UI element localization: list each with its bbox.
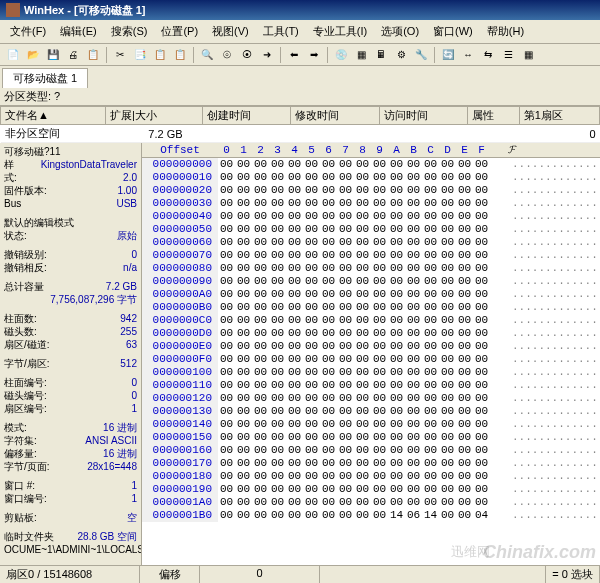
grid-icon[interactable]: ▦ xyxy=(519,46,537,64)
hex-editor[interactable]: Offset 0123456789ABCDEF 𝓕 00000000000000… xyxy=(142,143,600,571)
list-icon[interactable]: ☰ xyxy=(499,46,517,64)
compare-icon[interactable]: ⇆ xyxy=(479,46,497,64)
status-offset-lbl: 偏移 xyxy=(140,566,200,583)
cell-name: 非分区空间 xyxy=(1,125,106,143)
hex-row[interactable]: 0000001900000000000000000000000000000000… xyxy=(142,483,600,496)
find-icon[interactable]: 🔍 xyxy=(198,46,216,64)
info-row: 柱面编号:0 xyxy=(2,376,139,389)
doc-icon[interactable]: 📋 xyxy=(84,46,102,64)
menu-item[interactable]: 编辑(E) xyxy=(54,22,103,41)
hex-row[interactable]: 0000000300000000000000000000000000000000… xyxy=(142,197,600,210)
cut-icon[interactable]: ✂ xyxy=(111,46,129,64)
hex-row[interactable]: 0000000D00000000000000000000000000000000… xyxy=(142,327,600,340)
paste2-icon[interactable]: 📋 xyxy=(171,46,189,64)
hex-row[interactable]: 0000000E00000000000000000000000000000000… xyxy=(142,340,600,353)
info-row: 固件版本:1.00 xyxy=(2,184,139,197)
menu-item[interactable]: 帮助(H) xyxy=(481,22,530,41)
cell-size: 7.2 GB xyxy=(106,125,203,143)
info-row: 窗口 #:1 xyxy=(2,479,139,492)
goto-icon[interactable]: ➜ xyxy=(258,46,276,64)
hex-row[interactable]: 0000000F00000000000000000000000000000000… xyxy=(142,353,600,366)
statusbar: 扇区0 / 15148608 偏移 0 = 0 选块 xyxy=(0,565,600,583)
menu-item[interactable]: 文件(F) xyxy=(4,22,52,41)
calc-icon[interactable]: 🖩 xyxy=(372,46,390,64)
print-icon[interactable]: 🖨 xyxy=(64,46,82,64)
menu-item[interactable]: 工具(T) xyxy=(257,22,305,41)
tab-disk1[interactable]: 可移动磁盘 1 xyxy=(2,68,88,88)
column-header[interactable]: 扩展|大小 xyxy=(106,107,203,125)
findhex-icon[interactable]: ⦾ xyxy=(218,46,236,64)
findtext-icon[interactable]: ⦿ xyxy=(238,46,256,64)
column-header[interactable]: 文件名▲ xyxy=(1,107,106,125)
hex-row[interactable]: 0000001B00000000000000000000014061400000… xyxy=(142,509,600,522)
column-header[interactable]: 访问时间 xyxy=(379,107,467,125)
partition-table: 文件名▲扩展|大小创建时间修改时间访问时间属性第1扇区 非分区空间 7.2 GB… xyxy=(0,106,600,143)
hex-row[interactable]: 0000000A00000000000000000000000000000000… xyxy=(142,288,600,301)
hex-row[interactable]: 0000001500000000000000000000000000000000… xyxy=(142,431,600,444)
menu-item[interactable]: 视图(V) xyxy=(206,22,255,41)
info-row: 撤销相反:n/a xyxy=(2,261,139,274)
info-row: 窗口编号:1 xyxy=(2,492,139,505)
hex-row[interactable]: 0000001200000000000000000000000000000000… xyxy=(142,392,600,405)
watermark-en: Chinafix.com xyxy=(483,542,596,563)
hex-row[interactable]: 0000001400000000000000000000000000000000… xyxy=(142,418,600,431)
toolbar: 📄 📂 💾 🖨 📋 ✂ 📑 📋 📋 🔍 ⦾ ⦿ ➜ ⬅ ➡ 💿 ▦ 🖩 ⚙ 🔧 … xyxy=(0,44,600,66)
hex-row[interactable]: 0000000000000000000000000000000000000000… xyxy=(142,158,600,171)
open-icon[interactable]: 📂 xyxy=(24,46,42,64)
fwd-icon[interactable]: ➡ xyxy=(305,46,323,64)
hex-row[interactable]: 0000000200000000000000000000000000000000… xyxy=(142,184,600,197)
hex-row[interactable]: 0000001000000000000000000000000000000000… xyxy=(142,366,600,379)
menu-item[interactable]: 专业工具(I) xyxy=(307,22,373,41)
hex-row[interactable]: 0000000400000000000000000000000000000000… xyxy=(142,210,600,223)
hex-row[interactable]: 0000000900000000000000000000000000000000… xyxy=(142,275,600,288)
hex-row[interactable]: 0000000C00000000000000000000000000000000… xyxy=(142,314,600,327)
tool-icon[interactable]: 🔧 xyxy=(412,46,430,64)
app-icon xyxy=(6,3,20,17)
hex-row[interactable]: 0000001600000000000000000000000000000000… xyxy=(142,444,600,457)
info-row: 字节/页面:28x16=448 xyxy=(2,460,139,473)
menu-item[interactable]: 选项(O) xyxy=(375,22,425,41)
menu-item[interactable]: 位置(P) xyxy=(155,22,204,41)
save-icon[interactable]: 💾 xyxy=(44,46,62,64)
partition-type-label: 分区类型: ? xyxy=(4,89,60,104)
info-row: 剪贴板:空 xyxy=(2,511,139,524)
info-row: 可移动磁?11 xyxy=(2,145,139,158)
hex-row[interactable]: 0000000600000000000000000000000000000000… xyxy=(142,236,600,249)
status-offset: 0 xyxy=(200,566,320,583)
titlebar: WinHex - [可移动磁盘 1] xyxy=(0,0,600,20)
menu-item[interactable]: 搜索(S) xyxy=(105,22,154,41)
info-row: 默认的编辑模式 xyxy=(2,216,139,229)
column-header[interactable]: 属性 xyxy=(468,107,520,125)
hex-row[interactable]: 0000000800000000000000000000000000000000… xyxy=(142,262,600,275)
hex-row[interactable]: 0000001700000000000000000000000000000000… xyxy=(142,457,600,470)
info-row: 扇区编号:1 xyxy=(2,402,139,415)
new-icon[interactable]: 📄 xyxy=(4,46,22,64)
hex-row[interactable]: 0000001100000000000000000000000000000000… xyxy=(142,379,600,392)
table-row[interactable]: 非分区空间 7.2 GB 0 xyxy=(1,125,600,143)
opendisk-icon[interactable]: 💿 xyxy=(332,46,350,64)
document-tabs: 可移动磁盘 1 xyxy=(0,66,600,88)
info-row: OCUME~1\ADMINI~1\LOCALS~1\Temp xyxy=(2,543,139,556)
back-icon[interactable]: ⬅ xyxy=(285,46,303,64)
column-header[interactable]: 修改时间 xyxy=(291,107,379,125)
hex-row[interactable]: 0000000100000000000000000000000000000000… xyxy=(142,171,600,184)
paste-icon[interactable]: 📋 xyxy=(151,46,169,64)
status-sector: 扇区0 / 15148608 xyxy=(0,566,140,583)
column-header[interactable]: 第1扇区 xyxy=(519,107,599,125)
menu-item[interactable]: 窗口(W) xyxy=(427,22,479,41)
hex-row[interactable]: 0000000500000000000000000000000000000000… xyxy=(142,223,600,236)
menubar: 文件(F)编辑(E)搜索(S)位置(P)视图(V)工具(T)专业工具(I)选项(… xyxy=(0,20,600,44)
column-header[interactable]: 创建时间 xyxy=(203,107,291,125)
hex-row[interactable]: 0000001800000000000000000000000000000000… xyxy=(142,470,600,483)
gear-icon[interactable]: ⚙ xyxy=(392,46,410,64)
hex-row[interactable]: 0000000B00000000000000000000000000000000… xyxy=(142,301,600,314)
refresh-icon[interactable]: 🔄 xyxy=(439,46,457,64)
ram-icon[interactable]: ▦ xyxy=(352,46,370,64)
ascii-header: 𝓕 xyxy=(508,144,600,156)
hex-row[interactable]: 0000000700000000000000000000000000000000… xyxy=(142,249,600,262)
info-row: 柱面数:942 xyxy=(2,312,139,325)
copy-icon[interactable]: 📑 xyxy=(131,46,149,64)
hex-row[interactable]: 0000001A00000000000000000000000000000000… xyxy=(142,496,600,509)
hex-row[interactable]: 0000001300000000000000000000000000000000… xyxy=(142,405,600,418)
sync-icon[interactable]: ↔ xyxy=(459,46,477,64)
